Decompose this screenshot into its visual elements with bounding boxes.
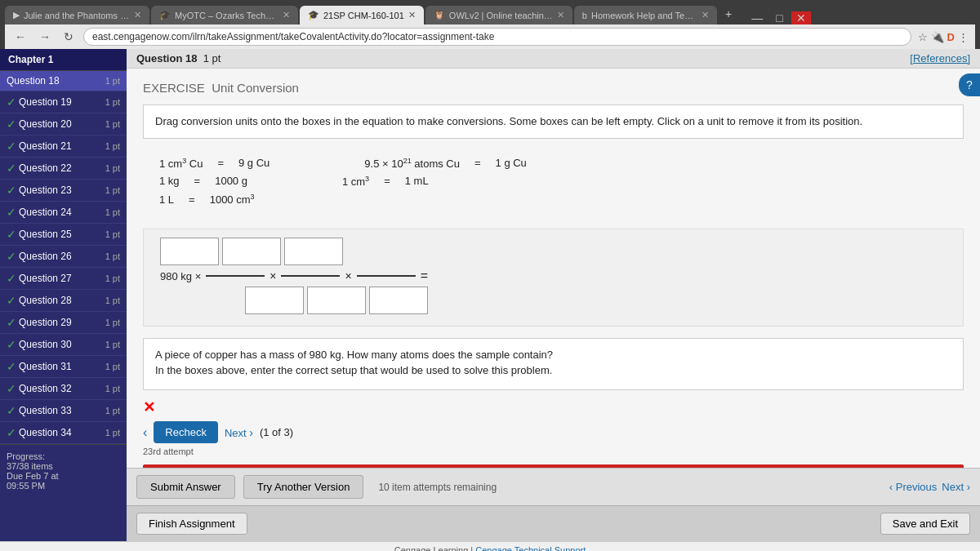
eq-line-1	[206, 275, 265, 277]
question-header: Question 18 1 pt	[136, 52, 220, 64]
sidebar-item-q21[interactable]: ✓ Question 21 1 pt	[0, 136, 127, 158]
bookmark-button[interactable]: ☆	[918, 31, 928, 43]
references-button[interactable]: [References]	[910, 52, 970, 64]
due-time: 09:55 PM	[7, 481, 120, 491]
sidebar-item-q25[interactable]: ✓ Question 25 1 pt	[0, 224, 127, 246]
check-icon-q33: ✓	[7, 404, 16, 417]
help-button[interactable]: ?	[959, 73, 980, 96]
question-title: Question 18	[136, 52, 197, 64]
address-bar: ← → ↻ ☆ 🔌 D ⋮	[5, 24, 975, 49]
sidebar-item-q31[interactable]: ✓ Question 31 1 pt	[0, 356, 127, 378]
window-controls: — □ ✕	[746, 11, 810, 24]
sidebar-item-q24[interactable]: ✓ Question 24 1 pt	[0, 202, 127, 224]
sidebar-item-q30[interactable]: ✓ Question 30 1 pt	[0, 334, 127, 356]
conv-eq5: =	[189, 193, 195, 206]
sidebar-item-q23[interactable]: ✓ Question 23 1 pt	[0, 180, 127, 202]
sidebar-item-q25-pts: 1 pt	[105, 229, 120, 239]
sidebar-item-q28[interactable]: ✓ Question 28 1 pt	[0, 290, 127, 312]
sidebar-item-q34[interactable]: ✓ Question 34 1 pt	[0, 422, 127, 444]
tab-4-label: OWLv2 | Online teaching and lea	[449, 11, 553, 20]
sidebar-item-q20[interactable]: ✓ Question 20 1 pt	[0, 113, 127, 136]
sidebar-item-q30-label: Question 30	[19, 339, 105, 350]
tab-5-close[interactable]: ✕	[702, 10, 709, 20]
progress-label: Progress:	[7, 451, 120, 461]
sidebar-item-q27[interactable]: ✓ Question 27 1 pt	[0, 268, 127, 290]
conv-9gcu: 9 g Cu	[238, 157, 270, 169]
tab-3[interactable]: 🎓 21SP CHM-160-101 ✕	[300, 6, 424, 24]
next-link[interactable]: Next ›	[225, 426, 253, 439]
sidebar-item-q29[interactable]: ✓ Question 29 1 pt	[0, 312, 127, 334]
eq-box-bottom-2[interactable]	[307, 287, 366, 314]
recheck-button[interactable]: Recheck	[154, 421, 218, 443]
conv-1cm3: 1 cm3	[342, 175, 369, 188]
tab-4[interactable]: 🦉 OWLv2 | Online teaching and lea ✕	[425, 6, 572, 24]
sidebar-item-q32[interactable]: ✓ Question 32 1 pt	[0, 378, 127, 400]
tab-1-close[interactable]: ✕	[134, 10, 141, 20]
profile-button[interactable]: D	[947, 31, 955, 43]
check-icon-q34: ✓	[7, 426, 16, 439]
check-icon-q24: ✓	[7, 206, 16, 219]
sidebar-item-q32-pts: 1 pt	[105, 384, 120, 393]
url-input[interactable]	[83, 28, 911, 46]
sidebar-item-q22[interactable]: ✓ Question 22 1 pt	[0, 158, 127, 180]
refresh-button[interactable]: ↻	[60, 29, 77, 45]
due-label: Due Feb 7 at	[7, 471, 120, 481]
progress-items: 37/38 items	[7, 461, 120, 471]
sidebar-item-q26-pts: 1 pt	[105, 251, 120, 261]
eq-box-bottom-1[interactable]	[245, 287, 304, 314]
tab-3-close[interactable]: ✕	[408, 10, 416, 20]
eq-start-label: 980 kg ×	[160, 270, 201, 282]
sidebar-item-q33[interactable]: ✓ Question 33 1 pt	[0, 400, 127, 422]
minimize-button[interactable]: —	[746, 11, 768, 24]
attempts-remaining-text: 10 item attempts remaining	[378, 482, 497, 493]
eq-sep-1: ×	[270, 269, 276, 282]
sidebar-item-q22-pts: 1 pt	[105, 163, 120, 173]
forward-button[interactable]: →	[36, 29, 54, 45]
conv-1kg: 1 kg	[159, 175, 180, 187]
footer-right-link[interactable]: Cengage Technical Support	[475, 545, 586, 551]
finish-assignment-button[interactable]: Finish Assignment	[136, 513, 247, 535]
sidebar-item-q24-pts: 1 pt	[105, 207, 120, 217]
sidebar-item-q19-label: Question 19	[19, 96, 105, 108]
conv-1gcu: 1 g Cu	[496, 157, 527, 169]
try-another-version-button[interactable]: Try Another Version	[243, 475, 364, 499]
exercise-title: EXERCISE Unit Conversion	[143, 81, 964, 95]
sidebar-item-q19[interactable]: ✓ Question 19 1 pt	[0, 91, 127, 113]
tab-1[interactable]: ▶ Julie and the Phantoms - Ful ✕	[5, 6, 149, 24]
conv-1000cm3: 1000 cm3	[210, 193, 255, 206]
eq-box-top-1[interactable]	[160, 238, 219, 265]
footer-left: Cengage Learning	[394, 545, 469, 551]
conversion-row-1: 1 cm3 Cu = 9 g Cu 9.5 × 1021 atoms Cu = …	[159, 157, 947, 170]
menu-button[interactable]: ⋮	[958, 31, 969, 43]
eq-box-bottom-3[interactable]	[369, 287, 428, 314]
tab-4-close[interactable]: ✕	[557, 10, 564, 20]
main-content: Question 18 1 pt [References] EXERCISE U…	[127, 49, 980, 541]
tab-5[interactable]: b Homework Help and Textbook S ✕	[574, 6, 717, 24]
eq-box-top-3[interactable]	[284, 238, 343, 265]
extensions-button[interactable]: 🔌	[931, 31, 944, 43]
sidebar-item-q18-label: Question 18	[7, 75, 105, 87]
check-icon-q31: ✓	[7, 360, 16, 373]
tab-2-close[interactable]: ✕	[283, 10, 290, 20]
conv-1000g: 1000 g	[215, 175, 247, 187]
chevron-right-icon: ›	[249, 426, 253, 439]
previous-button[interactable]: ‹ Previous	[889, 481, 938, 493]
new-tab-button[interactable]: +	[719, 3, 738, 24]
tab-2[interactable]: 🎓 MyOTC – Ozarks Technical Comm ✕	[151, 6, 298, 24]
tab-5-icon: b	[582, 11, 587, 20]
save-and-exit-button[interactable]: Save and Exit	[880, 513, 970, 535]
sidebar-item-q26[interactable]: ✓ Question 26 1 pt	[0, 246, 127, 268]
submit-answer-button[interactable]: Submit Answer	[136, 475, 235, 499]
conv-eq3: =	[194, 175, 201, 187]
next-page-button[interactable]: Next ›	[942, 481, 970, 493]
sidebar-item-q18[interactable]: Question 18 1 pt	[0, 71, 127, 91]
maximize-button[interactable]: □	[771, 11, 787, 24]
sidebar-item-q20-label: Question 20	[19, 118, 105, 130]
eq-top-boxes	[160, 238, 343, 265]
back-button[interactable]: ←	[11, 29, 29, 45]
eq-box-top-2[interactable]	[222, 238, 281, 265]
check-icon-q29: ✓	[7, 316, 16, 329]
check-icon-q19: ✓	[7, 96, 16, 109]
exercise-label: EXERCISE	[143, 81, 205, 95]
close-button[interactable]: ✕	[791, 11, 811, 24]
